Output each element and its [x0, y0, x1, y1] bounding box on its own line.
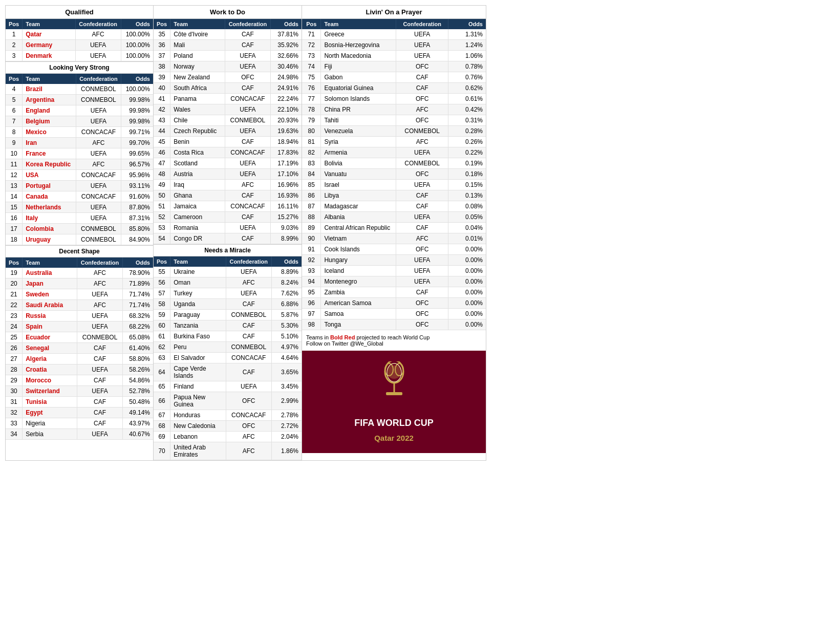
conf-cell: UEFA [77, 321, 123, 332]
table-row: 47 Scotland UEFA 17.19% [154, 158, 302, 169]
table-row: 52 Cameroon CAF 15.27% [154, 212, 302, 223]
team-name-span: Fiji [324, 63, 332, 70]
odds-cell: 0.00% [448, 319, 486, 330]
team-cell: New Zealand [170, 72, 225, 83]
team-cell: Oman [170, 277, 226, 288]
team-cell: Burkina Faso [170, 331, 226, 342]
team-name-span: Vietnam [324, 235, 347, 242]
team-cell: Qatar [23, 29, 75, 40]
team-name-span: Ghana [174, 192, 192, 199]
team-cell: Greece [321, 29, 396, 40]
col-odds-2: Odds [121, 74, 153, 84]
team-cell: Cook Islands [321, 244, 396, 255]
conf-cell: UEFA [226, 267, 271, 277]
col-pos-5: Pos [154, 256, 170, 267]
note-line1: Teams in Bold Red projected to reach Wor… [306, 334, 482, 340]
team-name-span: Lebanon [174, 433, 198, 440]
team-cell: South Africa [170, 83, 225, 94]
team-cell: Papua New Guinea [170, 392, 226, 410]
table-row: 11 Korea Republic AFC 96.57% [6, 159, 153, 170]
odds-cell: 0.28% [448, 126, 486, 137]
table-row: 15 Netherlands UEFA 87.80% [6, 202, 153, 213]
conf-cell: UEFA [396, 29, 448, 40]
pos-cell: 45 [154, 137, 170, 147]
conf-cell: CAF [396, 287, 448, 298]
conf-cell: AFC [226, 442, 271, 460]
team-name-span: Ecuador [26, 334, 50, 341]
table-row: 65 Finland UEFA 3.45% [154, 381, 302, 392]
team-cell: Venezuela [321, 126, 396, 137]
odds-cell: 49.14% [122, 407, 153, 418]
odds-cell: 0.13% [448, 190, 486, 201]
table-row: 82 Armenia UEFA 0.22% [302, 147, 486, 158]
pos-cell: 57 [154, 288, 170, 299]
col-pos-6: Pos [302, 19, 321, 29]
team-name-span: Romania [174, 224, 198, 231]
team-name-span: Germany [26, 41, 52, 49]
pos-cell: 15 [6, 202, 23, 213]
table-row: 28 Croatia UEFA 58.26% [6, 364, 153, 375]
team-name-span: Madagascar [324, 203, 358, 210]
odds-cell: 93.11% [121, 181, 153, 191]
team-cell: Spain [23, 321, 77, 332]
table-row: 24 Spain UEFA 68.22% [6, 321, 153, 332]
pos-cell: 72 [302, 40, 321, 51]
pos-cell: 78 [302, 104, 321, 115]
table-row: 2 Germany UEFA 100.00% [6, 40, 153, 51]
team-name-span: Paraguay [174, 311, 200, 318]
pos-cell: 61 [154, 331, 170, 342]
team-cell: Vietnam [321, 233, 396, 244]
pos-cell: 6 [6, 105, 23, 116]
team-name-span: Brazil [26, 85, 42, 93]
pos-cell: 92 [302, 255, 321, 266]
team-name-span: Bosnia-Herzegovina [324, 41, 379, 49]
team-name-span: Greece [324, 31, 344, 38]
pos-cell: 56 [154, 277, 170, 288]
team-cell: England [23, 105, 76, 116]
pos-cell: 88 [302, 212, 321, 223]
odds-cell: 5.87% [271, 310, 302, 320]
conf-cell: OFC [396, 319, 448, 330]
odds-cell: 16.11% [270, 201, 302, 212]
team-cell: Congo DR [170, 233, 225, 244]
note-line1-rest: projected to reach World Cup [356, 334, 430, 340]
odds-cell: 1.24% [448, 40, 486, 51]
pos-cell: 68 [154, 421, 170, 432]
conf-cell: UEFA [225, 51, 270, 61]
team-name-span: Italy [26, 214, 38, 222]
table-row: 85 Israel UEFA 0.15% [302, 180, 486, 190]
team-name-span: Saudi Arabia [26, 302, 63, 309]
col-odds: Odds [121, 19, 153, 29]
team-name-span: Serbia [26, 431, 44, 438]
team-cell: Peru [170, 342, 226, 353]
conf-cell: UEFA [225, 126, 270, 137]
table-row: 33 Nigeria CAF 43.97% [6, 418, 153, 429]
conf-cell: UEFA [77, 311, 123, 321]
team-cell: Russia [23, 311, 77, 321]
svg-rect-4 [386, 392, 402, 395]
odds-cell: 100.00% [121, 29, 153, 40]
conf-cell: AFC [396, 104, 448, 115]
odds-cell: 17.19% [270, 158, 302, 169]
table-row: 29 Morocco CAF 54.86% [6, 375, 153, 386]
table-row: 30 Switzerland UEFA 52.78% [6, 386, 153, 397]
table-row: 43 Chile CONMEBOL 20.93% [154, 115, 302, 126]
team-name-span: Iraq [174, 181, 184, 188]
team-name-span: New Zealand [174, 74, 210, 81]
odds-cell: 6.88% [271, 299, 302, 310]
table-row: 12 USA CONCACAF 95.96% [6, 170, 153, 181]
conf-cell: AFC [396, 233, 448, 244]
team-name-span: Czech Republic [174, 127, 217, 135]
table-row: 34 Serbia UEFA 40.67% [6, 429, 153, 440]
team-cell: Albania [321, 212, 396, 223]
odds-cell: 0.22% [448, 147, 486, 158]
table-row: 77 Solomon Islands OFC 0.61% [302, 94, 486, 104]
team-cell: Uganda [170, 299, 226, 310]
pos-cell: 43 [154, 115, 170, 126]
odds-cell: 0.15% [448, 180, 486, 190]
table-row: 20 Japan AFC 71.89% [6, 278, 153, 289]
col-pos-4: Pos [154, 19, 170, 29]
team-name-span: Colombia [26, 225, 54, 232]
team-cell: France [23, 148, 76, 159]
team-name-span: Gabon [324, 74, 342, 81]
